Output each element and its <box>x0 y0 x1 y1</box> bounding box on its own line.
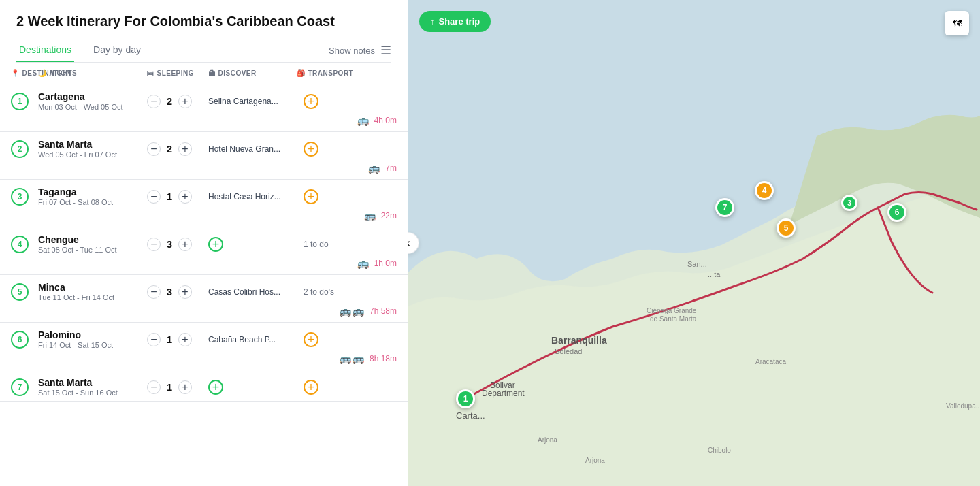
discover-text-4: 1 to do <box>304 240 329 249</box>
page-title: 2 Week Itinerary For Colombia's Caribbea… <box>16 14 391 29</box>
svg-text:Arjona: Arjona <box>538 436 557 444</box>
discover-cell-6: + <box>304 332 365 347</box>
dest-info-1: CartagenaMon 03 Oct - Wed 05 Oct <box>38 91 147 111</box>
nights-minus-5[interactable]: − <box>147 285 161 299</box>
transport-duration-2: 7m <box>385 163 397 173</box>
tab-destinations[interactable]: Destinations <box>16 39 74 62</box>
dest-info-3: TagangaFri 07 Oct - Sat 08 Oct <box>38 187 147 206</box>
transport-duration-5: 7h 58m <box>370 306 397 316</box>
transport-row-5: 🚌🚌7h 58m <box>0 306 408 322</box>
col-discover: 🏔 DISCOVER <box>208 69 297 77</box>
discover-cell-3: + <box>304 189 365 204</box>
nights-minus-4[interactable]: − <box>147 238 161 251</box>
nights-plus-7[interactable]: + <box>178 380 192 394</box>
discover-cell-1: + <box>304 94 365 109</box>
nights-plus-5[interactable]: + <box>178 285 192 299</box>
sleeping-name-2: Hotel Nueva Gran... <box>208 144 280 154</box>
destination-row-4: 4ChengueSat 08 Oct - Tue 11 Oct−3++1 to … <box>0 227 408 275</box>
map-marker-6[interactable]: 6 <box>887 203 906 222</box>
dest-dates-3: Fri 07 Oct - Sat 08 Oct <box>38 198 147 206</box>
destination-row-6: 6PalominoFri 14 Oct - Sat 15 Oct−1+Cabañ… <box>0 323 408 370</box>
dest-dates-4: Sat 08 Oct - Tue 11 Oct <box>38 246 147 254</box>
map-toggle-button[interactable]: 🗺 <box>945 11 969 35</box>
nights-control-3: −1+ <box>147 190 208 204</box>
sleeping-name-1: Selina Cartagena... <box>208 97 278 106</box>
svg-text:Department: Department <box>482 389 525 398</box>
bag-icon: 🎒 <box>297 69 306 77</box>
nights-minus-1[interactable]: − <box>147 95 161 108</box>
add-discover-3[interactable]: + <box>304 189 318 204</box>
transport-icon-bus: 🚌 <box>357 115 369 126</box>
svg-text:Aracataca: Aracataca <box>755 358 786 366</box>
transport-icon-bus: 🚌 <box>357 258 369 269</box>
menu-icon[interactable]: ☰ <box>380 43 391 58</box>
destination-row-3: 3TagangaFri 07 Oct - Sat 08 Oct−1+Hostal… <box>0 180 408 227</box>
map-svg: Barranquilla Soledad Bolivar Department … <box>408 0 980 486</box>
nights-plus-3[interactable]: + <box>178 190 192 204</box>
tab-day-by-day[interactable]: Day by day <box>91 39 144 62</box>
nights-minus-7[interactable]: − <box>147 380 161 394</box>
left-panel: 2 Week Itinerary For Colombia's Caribbea… <box>0 0 408 486</box>
dest-name-4: Chengue <box>38 234 147 245</box>
bed-icon: 🛏 <box>147 69 154 77</box>
show-notes-button[interactable]: Show notes <box>329 46 375 56</box>
transport-duration-4: 1h 0m <box>374 259 397 268</box>
nights-control-6: −1+ <box>147 333 208 346</box>
dest-num-6: 6 <box>11 331 29 349</box>
nights-plus-4[interactable]: + <box>178 238 192 251</box>
transport-row-4: 🚌1h 0m <box>0 258 408 274</box>
add-discover-7[interactable]: + <box>304 380 318 395</box>
dest-info-7: Santa MartaSat 15 Oct - Sun 16 Oct <box>38 377 147 397</box>
add-discover-6[interactable]: + <box>304 332 318 347</box>
sleeping-cell-5: Casas Colibri Hos... <box>208 287 304 297</box>
svg-text:Soledad: Soledad <box>555 347 582 355</box>
svg-text:Arjona: Arjona <box>585 457 605 464</box>
add-discover-1[interactable]: + <box>304 94 318 109</box>
sleeping-cell-3: Hostal Casa Horiz... <box>208 192 304 201</box>
destination-row-1: 1CartagenaMon 03 Oct - Wed 05 Oct−2+Seli… <box>0 84 408 132</box>
moon-icon: 🌙 <box>38 69 47 77</box>
pin-icon: 📍 <box>11 69 20 77</box>
dest-name-1: Cartagena <box>38 91 147 102</box>
panel-header: 2 Week Itinerary For Colombia's Caribbea… <box>0 0 408 63</box>
svg-text:Ciénaga Grande: Ciénaga Grande <box>647 307 697 314</box>
nights-minus-6[interactable]: − <box>147 333 161 346</box>
svg-text:Barranquilla: Barranquilla <box>551 335 607 346</box>
nights-minus-2[interactable]: − <box>147 142 161 156</box>
nights-plus-2[interactable]: + <box>178 142 192 156</box>
dest-num-3: 3 <box>11 188 29 206</box>
dest-info-4: ChengueSat 08 Oct - Tue 11 Oct <box>38 234 147 254</box>
dest-num-2: 2 <box>11 140 29 158</box>
add-sleeping-7[interactable]: + <box>208 380 223 395</box>
destination-row-5: 5MincaTue 11 Oct - Fri 14 Oct−3+Casas Co… <box>0 275 408 323</box>
transport-duration-6: 8h 18m <box>370 354 397 363</box>
add-sleeping-4[interactable]: + <box>208 237 223 252</box>
share-trip-button[interactable]: ↑ Share trip <box>419 11 491 32</box>
destination-row-2: 2Santa MartaWed 05 Oct - Fri 07 Oct−2+Ho… <box>0 132 408 180</box>
add-discover-2[interactable]: + <box>304 142 318 157</box>
map-icon: 🗺 <box>953 18 962 29</box>
transport-row-6: 🚌🚌8h 18m <box>0 353 408 370</box>
map-marker-1[interactable]: 1 <box>456 389 475 408</box>
transport-icon-bus: 🚌 <box>368 163 380 174</box>
dest-info-2: Santa MartaWed 05 Oct - Fri 07 Oct <box>38 139 147 159</box>
nights-value-5: 3 <box>165 286 174 297</box>
nights-control-7: −1+ <box>147 380 208 394</box>
dest-num-1: 1 <box>11 93 29 110</box>
dest-name-3: Taganga <box>38 187 147 197</box>
sleeping-cell-7: + <box>208 380 304 395</box>
sleeping-cell-2: Hotel Nueva Gran... <box>208 144 304 154</box>
dest-name-7: Santa Marta <box>38 377 147 388</box>
map-marker-5[interactable]: 5 <box>777 218 796 238</box>
transport-row-3: 🚌22m <box>0 210 408 227</box>
nights-plus-6[interactable]: + <box>178 333 192 346</box>
map-marker-7[interactable]: 7 <box>715 198 734 217</box>
map-container[interactable]: Barranquilla Soledad Bolivar Department … <box>408 0 980 486</box>
map-marker-3[interactable]: 3 <box>841 195 858 211</box>
map-marker-4[interactable]: 4 <box>755 181 774 200</box>
dest-num-7: 7 <box>11 378 29 396</box>
transport-duration-1: 4h 0m <box>374 116 397 125</box>
dest-dates-2: Wed 05 Oct - Fri 07 Oct <box>38 150 147 159</box>
nights-minus-3[interactable]: − <box>147 190 161 204</box>
nights-plus-1[interactable]: + <box>178 95 192 108</box>
